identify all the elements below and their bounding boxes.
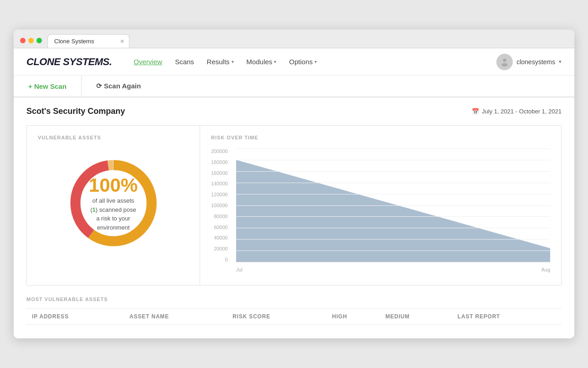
donut-wrapper: 100% of all live assets (1) scanned pose… [63, 153, 164, 253]
scan-again-button[interactable]: ⟳ Scan Again [82, 76, 155, 97]
asset-count: 1 [93, 206, 96, 213]
chart-x-labels: Jul Aug [236, 263, 550, 276]
svg-point-1 [502, 63, 508, 66]
nav-item-modules[interactable]: Modules ▾ [247, 58, 277, 66]
table-section-label: MOST VULNERABLE ASSETS [26, 296, 562, 302]
nav-scans-label: Scans [175, 58, 194, 66]
table-section: MOST VULNERABLE ASSETS IP ADDRESS ASSET … [26, 296, 562, 329]
company-header: Scot's Security Company 📅 July 1, 2021 -… [26, 107, 562, 116]
dot-green[interactable] [36, 38, 42, 43]
nav-item-overview[interactable]: Overview [134, 58, 162, 66]
grid-line-120000 [236, 194, 550, 194]
results-chevron: ▾ [232, 59, 234, 64]
grid-line-40000 [236, 239, 550, 240]
donut-container: 100% of all live assets (1) scanned pose… [38, 148, 189, 258]
nav-items: Overview Scans Results ▾ Modules ▾ Optio… [134, 58, 496, 66]
y-label-40000: 40000 [214, 235, 228, 240]
grid-line-160000 [236, 171, 550, 172]
chart-inner [236, 148, 550, 262]
col-high: HIGH [326, 309, 380, 325]
grid-line-20000 [236, 250, 550, 251]
scan-again-label: ⟳ Scan Again [96, 82, 141, 90]
y-label-180000: 180000 [211, 159, 228, 165]
svg-point-0 [503, 58, 506, 61]
vulnerable-assets-label: VULNERABLE ASSETS [38, 135, 189, 140]
nav-modules-label: Modules [247, 58, 273, 66]
y-label-200000: 200000 [211, 148, 228, 154]
new-scan-button[interactable]: + New Scan [14, 76, 82, 97]
chart-y-labels: 200000 180000 160000 140000 120000 10000… [211, 148, 232, 262]
company-name: Scot's Security Company [26, 107, 125, 116]
y-label-140000: 140000 [211, 181, 228, 186]
modules-chevron: ▾ [274, 59, 276, 64]
new-scan-label: + New Scan [28, 82, 67, 90]
table-header-row: IP ADDRESS ASSET NAME RISK SCORE HIGH ME… [26, 309, 562, 325]
donut-description: of all live assets (1) scanned pose a ri… [88, 196, 139, 232]
panel-vulnerable-assets: VULNERABLE ASSETS [27, 126, 200, 285]
browser-window: Clone Systems ✕ CLONE SYSTEMS. Overview … [14, 30, 574, 338]
assets-table: IP ADDRESS ASSET NAME RISK SCORE HIGH ME… [26, 308, 562, 325]
x-label-aug: Aug [541, 267, 550, 272]
chart-area: 200000 180000 160000 140000 120000 10000… [211, 148, 550, 276]
grid-line-60000 [236, 228, 550, 228]
col-medium: MEDIUM [380, 309, 452, 325]
nav-options-label: Options [289, 58, 313, 66]
username-label: clonesystems [516, 58, 555, 66]
donut-center: 100% of all live assets (1) scanned pose… [88, 174, 139, 232]
donut-percent: 100% [88, 174, 139, 196]
col-asset-name: ASSET NAME [124, 309, 227, 325]
action-bar: + New Scan ⟳ Scan Again [14, 76, 574, 97]
grid-line-180000 [236, 160, 550, 160]
app-content: CLONE SYSTEMS. Overview Scans Results ▾ … [14, 48, 574, 338]
user-chevron: ▾ [559, 59, 562, 65]
nav-item-results[interactable]: Results ▾ [207, 58, 234, 66]
col-risk-score: RISK SCORE [227, 309, 326, 325]
dot-red[interactable] [20, 38, 26, 43]
y-label-120000: 120000 [211, 192, 228, 197]
calendar-icon: 📅 [472, 108, 479, 115]
risk-chart-label: RISK OVER TIME [211, 135, 550, 140]
browser-tab[interactable]: Clone Systems ✕ [47, 34, 129, 48]
dashboard-panels: VULNERABLE ASSETS [26, 125, 562, 286]
grid-line-100000 [236, 205, 550, 206]
svg-marker-6 [236, 160, 550, 262]
dot-yellow[interactable] [28, 38, 34, 43]
nav-item-options[interactable]: Options ▾ [289, 58, 317, 66]
y-label-100000: 100000 [211, 203, 228, 208]
nav-overview-label: Overview [134, 58, 162, 66]
tab-close[interactable]: ✕ [120, 38, 124, 45]
y-label-160000: 160000 [211, 170, 228, 176]
nav-item-scans[interactable]: Scans [175, 58, 194, 66]
browser-chrome: Clone Systems ✕ [14, 30, 574, 48]
x-label-jul: Jul [236, 267, 242, 272]
grid-line-80000 [236, 216, 550, 217]
y-label-0: 0 [225, 257, 228, 262]
col-last-report: LAST REPORT [452, 309, 562, 325]
tab-title: Clone Systems [54, 38, 94, 45]
date-range-text: July 1, 2021 - October 1, 2021 [482, 108, 562, 115]
grid-line-200000 [236, 148, 550, 149]
avatar [496, 54, 513, 70]
main-content: Scot's Security Company 📅 July 1, 2021 -… [14, 97, 574, 338]
nav-user[interactable]: clonesystems ▾ [496, 54, 562, 70]
top-nav: CLONE SYSTEMS. Overview Scans Results ▾ … [14, 48, 574, 76]
y-label-80000: 80000 [214, 214, 228, 219]
nav-results-label: Results [207, 58, 230, 66]
logo: CLONE SYSTEMS. [26, 56, 112, 68]
options-chevron: ▾ [315, 59, 317, 64]
y-label-60000: 60000 [214, 225, 228, 230]
panel-risk-over-time: RISK OVER TIME 200000 180000 160000 1400… [200, 126, 561, 285]
date-range: 📅 July 1, 2021 - October 1, 2021 [472, 108, 562, 115]
grid-line-140000 [236, 183, 550, 183]
table-header: IP ADDRESS ASSET NAME RISK SCORE HIGH ME… [26, 309, 562, 325]
y-label-20000: 20000 [214, 246, 228, 251]
col-ip-address: IP ADDRESS [26, 309, 124, 325]
browser-dots [20, 38, 42, 43]
